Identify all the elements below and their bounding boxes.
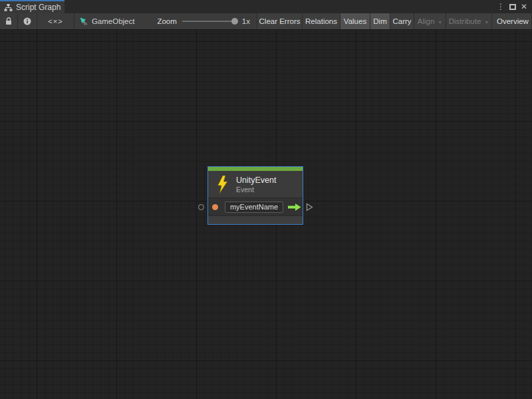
- node-titles: UnityEvent Event: [236, 176, 276, 194]
- node-header[interactable]: UnityEvent Event: [208, 171, 303, 198]
- window-menu-icon[interactable]: ⋮: [497, 2, 505, 11]
- align-dropdown[interactable]: Align ▼: [414, 13, 446, 29]
- zoom-slider[interactable]: [182, 21, 237, 22]
- lock-button[interactable]: [0, 13, 18, 29]
- overview-button[interactable]: Overview: [492, 13, 532, 29]
- values-toggle[interactable]: Values: [340, 13, 370, 29]
- window-controls: ⋮ ✕: [497, 0, 532, 13]
- flow-output-arrow-icon[interactable]: [287, 203, 302, 211]
- info-button[interactable]: [18, 13, 37, 29]
- zoom-label: Zoom: [157, 17, 176, 25]
- unity-event-node[interactable]: UnityEvent Event: [207, 166, 303, 225]
- lock-icon: [5, 17, 12, 25]
- tab-bar: Script Graph ⋮ ✕: [0, 0, 532, 13]
- caret-down-icon: ▼: [438, 20, 442, 25]
- code-view-button[interactable]: <×>: [37, 13, 74, 29]
- event-name-input-port[interactable]: [212, 204, 218, 210]
- node-footer: [208, 216, 303, 224]
- tab-title: Script Graph: [16, 3, 61, 12]
- graph-toolbar: <×> GameObject Zoom 1x Clear Errors Rela…: [0, 13, 532, 30]
- node-right-connection-port[interactable]: [306, 203, 313, 211]
- script-graph-window: Script Graph ⋮ ✕: [0, 0, 532, 399]
- distribute-dropdown[interactable]: Distribute ▼: [446, 13, 492, 29]
- relations-toggle[interactable]: Relations: [303, 13, 340, 29]
- graph-canvas[interactable]: UnityEvent Event: [0, 30, 532, 399]
- zoom-slider-knob[interactable]: [231, 18, 238, 25]
- graph-owner-label: GameObject: [92, 17, 135, 25]
- node-port-row: [208, 198, 303, 215]
- caret-down-icon: ▼: [484, 20, 489, 25]
- maximize-icon[interactable]: [509, 4, 516, 10]
- graph-hierarchy-icon: [4, 4, 13, 11]
- code-graph-icon: <×>: [48, 17, 63, 25]
- script-graph-asset-icon: [80, 17, 88, 26]
- close-icon[interactable]: ✕: [521, 2, 527, 11]
- info-icon: [23, 17, 31, 25]
- zoom-value: 1x: [242, 17, 250, 25]
- carry-toggle[interactable]: Carry: [390, 13, 414, 29]
- dim-toggle[interactable]: Dim: [370, 13, 390, 29]
- lightning-bolt-icon: [217, 176, 227, 194]
- node-left-connection-port[interactable]: [198, 204, 204, 210]
- clear-errors-button[interactable]: Clear Errors: [257, 13, 303, 29]
- tab-script-graph[interactable]: Script Graph: [0, 0, 65, 13]
- zoom-control: Zoom 1x: [138, 13, 257, 29]
- node-subtitle: Event: [236, 186, 276, 194]
- graph-owner-field[interactable]: GameObject: [74, 13, 139, 29]
- node-title: UnityEvent: [236, 176, 276, 185]
- event-name-field[interactable]: [225, 201, 283, 213]
